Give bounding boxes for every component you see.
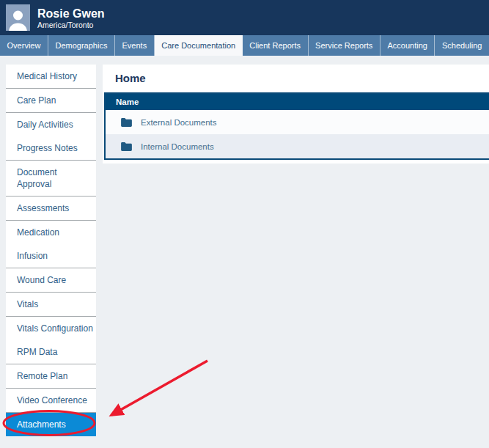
person-icon (6, 7, 30, 31)
content-area: Medical HistoryCare PlanDaily Activities… (0, 56, 489, 448)
tab-demographics[interactable]: Demographics (48, 35, 115, 56)
row-label: Internal Documents (141, 142, 214, 151)
folder-icon (121, 142, 132, 151)
table-row-external-documents[interactable]: External Documents (106, 110, 489, 134)
main-tabbar: OverviewDemographicsEventsCare Documenta… (0, 35, 489, 56)
tab-service-reports[interactable]: Service Reports (309, 35, 380, 56)
table-row-internal-documents[interactable]: Internal Documents (106, 134, 489, 158)
tab-care-documentation[interactable]: Care Documentation (155, 35, 243, 56)
folder-icon (121, 118, 132, 127)
sidebar-item-video-conference[interactable]: Video Conference (6, 388, 96, 412)
tab-overview[interactable]: Overview (0, 35, 48, 56)
table-body: External DocumentsInternal Documents (106, 110, 489, 158)
sidebar-item-assessments[interactable]: Assessments (6, 196, 96, 220)
sidebar-item-document-approval[interactable]: Document Approval (6, 160, 96, 196)
sidebar-item-medical-history[interactable]: Medical History (6, 65, 96, 88)
sidebar-item-attachments[interactable]: Attachments (6, 412, 96, 436)
sidebar-item-daily-activities[interactable]: Daily Activities (6, 112, 96, 136)
column-header-name: Name (106, 94, 489, 110)
sidebar-item-remote-plan[interactable]: Remote Plan (6, 364, 96, 388)
documents-table: Name External DocumentsInternal Document… (104, 92, 489, 160)
client-name: Rosie Gwen (37, 7, 105, 21)
documents-panel: Home Name External DocumentsInternal Doc… (103, 65, 489, 164)
user-avatar (6, 4, 30, 31)
user-header: Rosie Gwen America/Toronto (0, 0, 489, 35)
sidebar-item-infusion[interactable]: Infusion (6, 244, 96, 268)
client-timezone: America/Toronto (37, 21, 105, 29)
tab-scheduling[interactable]: Scheduling (435, 35, 489, 56)
sidebar-item-care-plan[interactable]: Care Plan (6, 88, 96, 112)
tab-client-reports[interactable]: Client Reports (243, 35, 309, 56)
sidebar-item-rpm-data[interactable]: RPM Data (6, 340, 96, 364)
sidebar-item-vitals-configuration[interactable]: Vitals Configuration (6, 316, 96, 340)
sidebar-item-progress-notes[interactable]: Progress Notes (6, 136, 96, 160)
care-doc-sidebar: Medical HistoryCare PlanDaily Activities… (6, 65, 96, 436)
sidebar-item-wound-care[interactable]: Wound Care (6, 268, 96, 292)
page-title: Home (103, 65, 489, 84)
sidebar-item-medication[interactable]: Medication (6, 220, 96, 244)
tab-events[interactable]: Events (115, 35, 155, 56)
row-label: External Documents (141, 118, 217, 127)
sidebar-item-vitals[interactable]: Vitals (6, 292, 96, 316)
tab-accounting[interactable]: Accounting (380, 35, 435, 56)
